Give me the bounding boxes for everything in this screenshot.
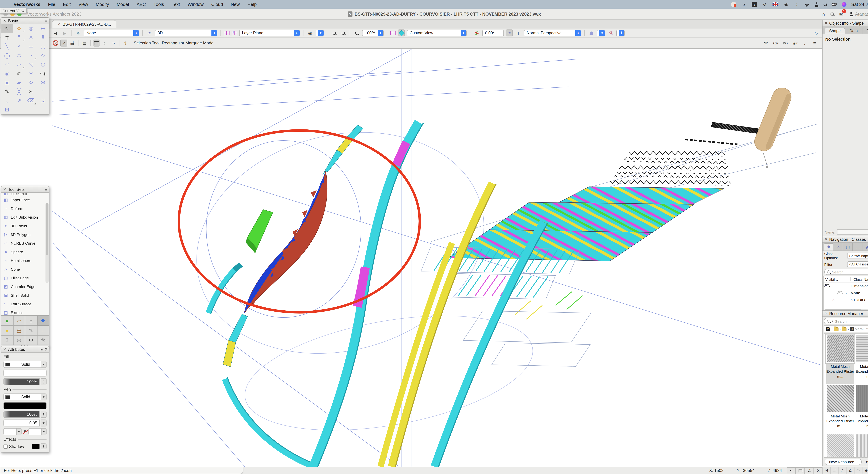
- zoom-icon[interactable]: [353, 30, 360, 36]
- menu-bar-clock[interactable]: Sat 24 Jun 10:42: [851, 2, 868, 7]
- resource-item[interactable]: Metal Mesh Expanded Pfister m...: [826, 385, 854, 434]
- nav-viewports-icon[interactable]: ⬚: [853, 243, 863, 250]
- wifi-icon[interactable]: [804, 2, 809, 6]
- angle-snap-icon[interactable]: ∠: [805, 467, 814, 474]
- vectorworks-cloud-icon[interactable]: v: [751, 2, 757, 7]
- menu-help[interactable]: Help: [244, 2, 260, 7]
- resource-item[interactable]: [856, 434, 868, 458]
- list-item[interactable]: ◩Chamfer Edge: [1, 282, 49, 291]
- toolset-building[interactable]: ⌂: [25, 316, 37, 326]
- tool-irregular-shape[interactable]: ◠: [1, 60, 13, 69]
- pen-style-dropdown[interactable]: Solid ▼: [3, 394, 46, 400]
- tool-scissors[interactable]: ✂: [25, 87, 37, 96]
- tool-attribute-wand[interactable]: ✶: [25, 69, 37, 78]
- snap-tangent-icon[interactable]: ◠: [854, 467, 862, 474]
- fit-objects-icon[interactable]: [340, 30, 346, 36]
- list-item[interactable]: ◖Hemisphere: [1, 256, 49, 265]
- shadow-checkbox[interactable]: [3, 444, 8, 448]
- tool-fillet[interactable]: ◜: [37, 87, 49, 96]
- fill-color-bar[interactable]: [3, 370, 46, 376]
- tab-shape[interactable]: Shape: [825, 28, 845, 34]
- resource-item[interactable]: Metal Mesh Expanded Pfister m...: [856, 385, 868, 434]
- tool-text[interactable]: T: [1, 33, 13, 42]
- tool-circle[interactable]: ◯: [1, 51, 13, 60]
- toolset-machine-design[interactable]: ⚙: [25, 335, 37, 345]
- toolset-landmark[interactable]: ♣: [1, 316, 13, 326]
- resource-item[interactable]: Metal Mesh Expanded Pfister m...: [826, 335, 854, 384]
- layer-options-eye-icon[interactable]: ◉: [307, 30, 313, 36]
- folder-icon[interactable]: [842, 327, 846, 331]
- keyboard-uk-flag-icon[interactable]: [772, 2, 778, 6]
- resource-search-field[interactable]: ▾ Search: [824, 318, 868, 325]
- close-palette-icon[interactable]: ✕: [3, 19, 6, 23]
- menu-file[interactable]: File: [44, 2, 59, 7]
- folder-icon[interactable]: [833, 327, 838, 331]
- tool-clip[interactable]: ╳: [13, 87, 25, 96]
- tool-locus[interactable]: ✕: [25, 33, 37, 42]
- fill-opacity-options[interactable]: ⋮: [41, 378, 46, 385]
- menu-aec[interactable]: AEC: [133, 2, 150, 7]
- brush-icon[interactable]: ✑▾: [782, 40, 789, 46]
- grid-snap-icon[interactable]: ⁘: [787, 467, 796, 474]
- line-end-marker-dropdown[interactable]: ▼: [28, 428, 46, 435]
- new-resource-button[interactable]: New Resource...: [825, 459, 862, 465]
- shadow-options[interactable]: ⋮: [41, 443, 46, 449]
- column-visibility[interactable]: Visibility: [824, 277, 850, 281]
- tool-sets-scrollbar[interactable]: [45, 203, 49, 283]
- toolset-tools[interactable]: ⚒: [37, 335, 49, 345]
- list-item[interactable]: ∞NURBS Curve: [1, 239, 49, 247]
- toolset-structural[interactable]: I: [1, 335, 13, 345]
- pen-opacity-options[interactable]: ⋮: [41, 411, 46, 418]
- tool-flyover[interactable]: ◍: [25, 24, 37, 33]
- send-layer-down-icon[interactable]: ↓: [231, 31, 237, 35]
- line-start-marker-dropdown[interactable]: ▼: [3, 428, 22, 435]
- control-center-icon[interactable]: [831, 3, 837, 6]
- menu-window[interactable]: Window: [184, 2, 208, 7]
- rotation-field[interactable]: 0.00°: [482, 30, 504, 36]
- tool-sets-header[interactable]: ✕ Tool Sets ≡: [1, 187, 49, 193]
- fill-style-dropdown[interactable]: Solid ▼: [3, 361, 46, 368]
- view-dropdown[interactable]: Custom View▲▼: [407, 30, 467, 36]
- multiple-selection-icon[interactable]: ⇶: [69, 40, 76, 46]
- tool-arc[interactable]: ◔◿: [25, 51, 37, 60]
- bluetooth-icon[interactable]: ᛒ: [794, 2, 799, 7]
- zoom-dropdown[interactable]: 100%▲▼: [362, 30, 384, 36]
- tool-polyline[interactable]: ◹: [25, 60, 37, 69]
- vectorworks-root-icon[interactable]: v: [826, 327, 830, 331]
- modebar-collapse-icon[interactable]: ⌄: [801, 40, 808, 46]
- tool-resize[interactable]: ⊞: [1, 105, 13, 114]
- resource-manager-header[interactable]: ✕ Resource Manager ?: [823, 311, 868, 317]
- menu-model[interactable]: Model: [113, 2, 133, 7]
- render-style-chevron[interactable]: ▲▼: [616, 30, 625, 36]
- render-mode-icon[interactable]: ☗: [588, 30, 595, 36]
- class-row-none[interactable]: ✓ None: [824, 290, 868, 296]
- tool-selection[interactable]: ↖: [1, 24, 13, 33]
- file-icon[interactable]: ◎: [850, 327, 854, 331]
- tab-render[interactable]: Render: [862, 28, 868, 34]
- tool-move-by-points[interactable]: ⇲: [37, 96, 49, 105]
- column-class-name[interactable]: Class Name: [850, 277, 868, 281]
- tool-callout[interactable]: ❞◿: [13, 33, 25, 42]
- close-panel-icon[interactable]: ✕: [825, 21, 828, 25]
- layer-options-chevron[interactable]: ▲▼: [316, 30, 324, 36]
- menu-view[interactable]: View: [74, 2, 92, 7]
- fit-page-icon[interactable]: [331, 30, 338, 36]
- toolset-lighting[interactable]: ●: [1, 326, 13, 335]
- siri-icon[interactable]: [841, 2, 846, 7]
- class-row-dimension[interactable]: Dimension: [824, 282, 868, 290]
- viewport-icon[interactable]: [390, 31, 396, 35]
- list-item[interactable]: ◫Extract: [1, 308, 49, 315]
- mail-icon[interactable]: ✉1: [839, 11, 843, 17]
- render-mode-chevron[interactable]: ▲▼: [597, 30, 605, 36]
- list-item[interactable]: ▷3D Polygon: [1, 230, 49, 239]
- menu-text[interactable]: Text: [168, 2, 184, 7]
- nav-saved-views-icon[interactable]: ◉: [863, 243, 868, 250]
- menu-edit[interactable]: Edit: [59, 2, 75, 7]
- tool-freehand[interactable]: ∿: [37, 51, 49, 60]
- menu-vectorworks[interactable]: Vectorworks: [10, 2, 44, 7]
- close-palette-icon[interactable]: ✕: [3, 347, 6, 351]
- signed-in-user[interactable]: Atanas Dyakov: [849, 11, 868, 16]
- nav-sheets-icon[interactable]: ▢: [843, 243, 853, 250]
- spotlight-icon[interactable]: [824, 3, 827, 6]
- toolset-furnishing[interactable]: ▤: [13, 326, 25, 335]
